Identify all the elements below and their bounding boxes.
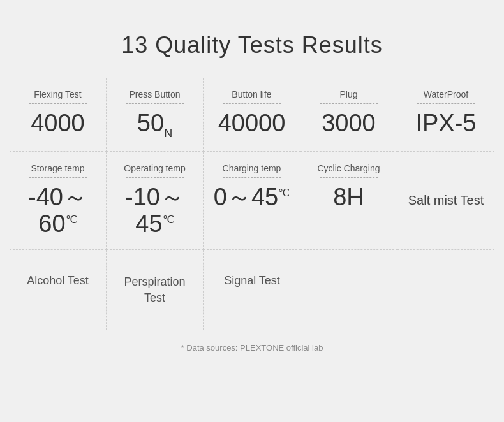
cell-press-button: Press Button 50N (107, 78, 204, 152)
cell-alcohol-test: Alcohol Test (10, 250, 107, 330)
dashed-divider (29, 103, 87, 104)
cell-perspiration-test: Perspiration Test (107, 250, 204, 330)
cell-operating-temp: Operating temp -10～45℃ (107, 152, 204, 250)
label-storage-temp: Storage temp (31, 163, 84, 173)
label-operating-temp: Operating temp (124, 163, 186, 173)
cell-flexing-test: Flexing Test 4000 (10, 78, 107, 152)
value-cyclic-charging: 8H (333, 184, 364, 211)
unit-storage-temp: ℃ (66, 215, 77, 226)
value-flexing-test: 4000 (31, 110, 85, 137)
dashed-divider (320, 177, 378, 178)
footnote: * Data sources: PLEXTONE official lab (181, 343, 323, 353)
cell-waterproof: WaterProof IPX-5 (397, 78, 494, 152)
label-waterproof: WaterProof (424, 89, 468, 99)
dashed-divider (126, 103, 184, 104)
cell-signal-test: Signal Test (204, 250, 300, 330)
dashed-divider (223, 177, 281, 178)
dashed-divider (29, 177, 87, 178)
dashed-divider (223, 103, 281, 104)
empty-cell-4 (300, 250, 397, 330)
label-cyclic-charging: Cyclic Charging (317, 163, 380, 173)
cell-plug: Plug 3000 (300, 78, 397, 152)
quality-grid: Flexing Test 4000 Press Button 50N Butto… (10, 78, 494, 330)
dashed-divider (320, 103, 378, 104)
label-charging-temp: Charging temp (223, 163, 281, 173)
value-waterproof: IPX-5 (415, 110, 476, 137)
label-alcohol-test: Alcohol Test (27, 274, 89, 287)
label-press-button: Press Button (129, 89, 180, 99)
unit-charging-temp: ℃ (278, 188, 290, 199)
value-charging-temp: 0～45℃ (214, 184, 290, 211)
cell-storage-temp: Storage temp -40～60℃ (10, 152, 107, 250)
value-storage-temp: -40～60℃ (16, 184, 100, 238)
suffix-press-button: N (164, 127, 172, 140)
empty-cell-5 (397, 250, 494, 330)
page-title: 13 Quality Tests Results (121, 32, 383, 59)
label-flexing-test: Flexing Test (34, 89, 81, 99)
label-salt-mist: Salt mist Test (408, 193, 484, 208)
value-plug: 3000 (322, 110, 376, 137)
value-button-life: 40000 (218, 110, 286, 137)
dashed-divider (417, 103, 475, 104)
label-plug: Plug (339, 89, 357, 99)
cell-button-life: Button life 40000 (204, 78, 300, 152)
label-signal-test: Signal Test (224, 274, 280, 287)
cell-charging-temp: Charging temp 0～45℃ (204, 152, 300, 250)
dashed-divider (126, 177, 184, 178)
cell-salt-mist: Salt mist Test (397, 152, 494, 250)
label-perspiration-test: Perspiration Test (113, 274, 196, 306)
value-press-button: 50N (137, 110, 172, 140)
label-button-life: Button life (232, 89, 271, 99)
cell-cyclic-charging: Cyclic Charging 8H (300, 152, 397, 250)
value-operating-temp: -10～45℃ (113, 184, 196, 238)
unit-operating-temp: ℃ (163, 215, 174, 226)
